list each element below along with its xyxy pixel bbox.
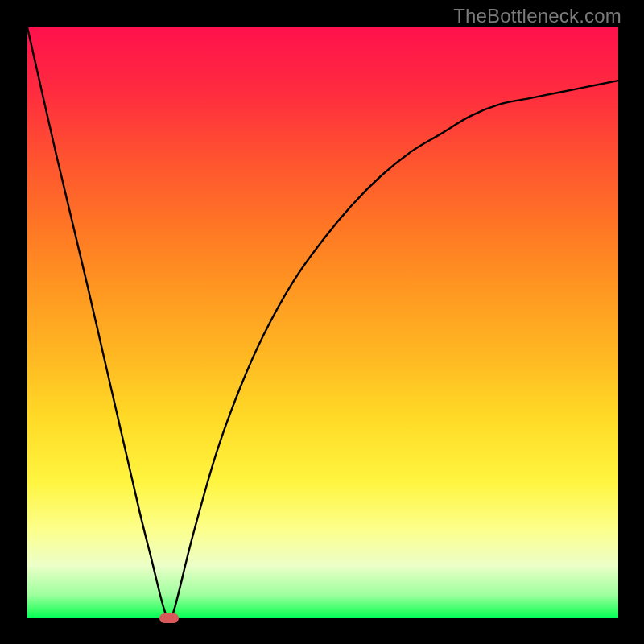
bottleneck-curve: [27, 27, 618, 618]
chart-frame: TheBottleneck.com: [0, 0, 644, 644]
minimum-marker: [159, 613, 179, 623]
watermark-text: TheBottleneck.com: [453, 5, 621, 27]
plot-area: [27, 27, 618, 618]
